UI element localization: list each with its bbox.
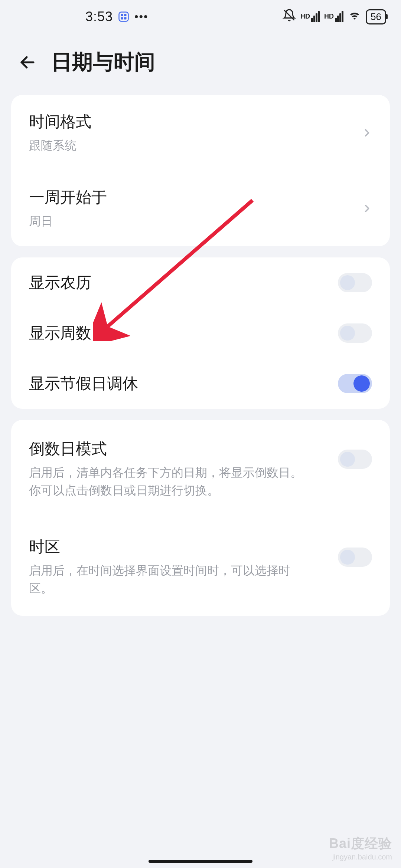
toggle-timezone[interactable] — [338, 548, 372, 567]
settings-group-1: 时间格式 跟随系统 一周开始于 周日 — [11, 95, 390, 246]
row-sub: 周日 — [29, 212, 311, 230]
row-title: 显示节假日调休 — [29, 373, 338, 394]
wifi-icon — [348, 9, 361, 25]
row-title: 倒数日模式 — [29, 438, 338, 459]
status-bar: 3:53 ••• HD HD 56 — [0, 0, 401, 33]
dnd-icon — [283, 9, 296, 25]
row-title: 显示周数 — [29, 323, 338, 343]
row-sub: 启用后，在时间选择界面设置时间时，可以选择时区。 — [29, 562, 311, 597]
battery-level: 56 — [371, 11, 381, 23]
status-left: 3:53 ••• — [85, 9, 149, 24]
row-holiday: 显示节假日调休 — [11, 358, 390, 409]
svg-rect-0 — [119, 12, 128, 22]
toggle-holiday[interactable] — [338, 374, 372, 393]
signal-1-icon: HD — [300, 11, 320, 22]
row-sub: 跟随系统 — [29, 137, 311, 154]
app-grid-icon — [118, 11, 129, 22]
row-countdown: 倒数日模式 启用后，清单内各任务下方的日期，将显示倒数日。你可以点击倒数日或日期… — [11, 420, 390, 518]
row-week-number: 显示周数 — [11, 308, 390, 358]
settings-group-2: 显示农历 显示周数 显示节假日调休 — [11, 257, 390, 409]
chevron-right-icon — [362, 203, 372, 214]
signal-2-icon: HD — [324, 11, 343, 22]
svg-rect-1 — [121, 14, 123, 16]
row-title: 时间格式 — [29, 111, 362, 132]
row-title: 时区 — [29, 536, 338, 557]
status-time: 3:53 — [85, 9, 113, 24]
row-title: 一周开始于 — [29, 187, 362, 208]
chevron-right-icon — [362, 128, 372, 138]
page-header: 日期与时间 — [0, 33, 401, 95]
toggle-countdown[interactable] — [338, 450, 372, 469]
toggle-lunar[interactable] — [338, 273, 372, 292]
row-week-start[interactable]: 一周开始于 周日 — [11, 171, 390, 246]
status-right: HD HD 56 — [283, 9, 386, 25]
svg-rect-2 — [124, 14, 126, 16]
settings-group-3: 倒数日模式 启用后，清单内各任务下方的日期，将显示倒数日。你可以点击倒数日或日期… — [11, 420, 390, 616]
battery-icon: 56 — [366, 9, 386, 24]
back-button[interactable] — [19, 53, 36, 71]
more-dots-icon: ••• — [134, 10, 149, 23]
row-time-format[interactable]: 时间格式 跟随系统 — [11, 95, 390, 171]
page-title: 日期与时间 — [51, 48, 155, 76]
toggle-week-number[interactable] — [338, 323, 372, 343]
home-indicator[interactable] — [149, 860, 252, 863]
watermark: Bai度经验 jingyan.baidu.com — [329, 835, 392, 861]
row-sub: 启用后，清单内各任务下方的日期，将显示倒数日。你可以点击倒数日或日期进行切换。 — [29, 464, 311, 499]
svg-rect-4 — [124, 17, 126, 19]
row-lunar: 显示农历 — [11, 257, 390, 308]
row-timezone: 时区 启用后，在时间选择界面设置时间时，可以选择时区。 — [11, 518, 390, 616]
svg-rect-3 — [121, 17, 123, 19]
watermark-main: Bai度经验 — [329, 835, 392, 853]
watermark-sub: jingyan.baidu.com — [332, 853, 392, 861]
row-title: 显示农历 — [29, 272, 338, 293]
